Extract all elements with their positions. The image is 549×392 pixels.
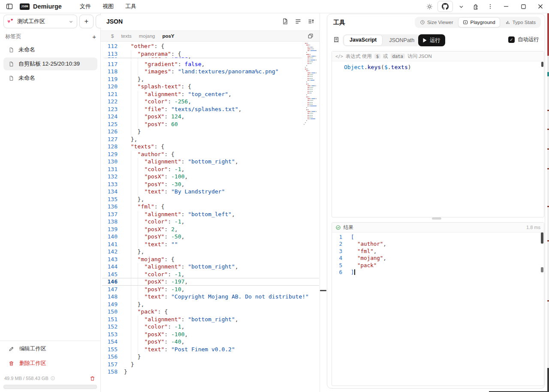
tab-size-viewer[interactable]: Size Viewer xyxy=(416,18,458,27)
code-line-120[interactable]: 120 "splash-text": { xyxy=(103,83,303,90)
code-line-130[interactable]: 130 "alignment": "bottom_right", xyxy=(103,158,303,166)
autorun-toggle[interactable]: ✓ 自动运行 xyxy=(508,36,539,43)
code-line-124[interactable]: 124 "posX": 124, xyxy=(103,113,303,121)
code-line-151[interactable]: 151 "alignment": "bottom_right", xyxy=(103,316,303,323)
code-line-117[interactable]: 117 "gradient": false, xyxy=(103,60,303,68)
sidebar-toggle-icon[interactable] xyxy=(6,3,13,10)
add-workspace-button[interactable]: + xyxy=(79,15,94,28)
code-line-128[interactable]: 128 "texts": { xyxy=(103,143,303,151)
code-line-127[interactable]: 127 }, xyxy=(103,136,303,143)
code-line-118[interactable]: 118 "images": "land:textures/panorama%c.… xyxy=(103,68,303,75)
window-maximize-button[interactable] xyxy=(515,0,532,12)
code-line-137[interactable]: 137 "alignment": "bottom_left", xyxy=(103,211,303,218)
breadcrumb-item[interactable]: mojang xyxy=(139,33,155,39)
code-line-112[interactable]: 112 "other": { xyxy=(103,42,303,50)
sort-keys-icon[interactable] xyxy=(308,18,314,25)
tab-playground[interactable]: Playground xyxy=(458,17,500,27)
menu-item[interactable]: 工具 xyxy=(125,3,136,10)
sidebar: ♥♥ 测试工作区 + 标签页 + 未命名 自剪贴板 12-25/20:10:39… xyxy=(0,13,101,392)
extensions-puzzle-icon[interactable] xyxy=(468,1,483,12)
playground-icon xyxy=(463,20,468,25)
result-scrollbar[interactable] xyxy=(541,232,543,244)
code-line-156[interactable]: 156 } xyxy=(103,353,303,361)
code-line-132[interactable]: 132 "posX": -100, xyxy=(103,173,303,181)
menu-item[interactable]: 视图 xyxy=(103,3,114,10)
breadcrumb-item[interactable]: $ xyxy=(111,33,114,39)
code-line-149[interactable]: 149 }, xyxy=(103,301,303,308)
code-line-155[interactable]: 155 "text": "Post Finem v0.0.2" xyxy=(103,346,303,353)
code-line-143[interactable]: 143 "mojang": { xyxy=(103,256,303,263)
code-line-147[interactable]: 147 "posY": -10, xyxy=(103,286,303,293)
document-icon xyxy=(9,47,14,53)
code-line-129[interactable]: 129 "author": { xyxy=(103,151,303,158)
kebab-menu-icon[interactable] xyxy=(483,1,498,12)
expression-scrollbar[interactable] xyxy=(541,62,543,67)
code-line-126[interactable]: 126 } xyxy=(103,128,303,136)
code-line-139[interactable]: 139 "posX": 2, xyxy=(103,226,303,233)
theme-brightness-icon[interactable] xyxy=(422,1,437,12)
menu-item[interactable]: 文件 xyxy=(80,3,91,10)
expression-input[interactable]: Object.keys($.texts) xyxy=(344,63,411,71)
code-line-135[interactable]: 135 }, xyxy=(103,196,303,203)
expression-panel-header: </> 表达式 使用 $ 或 data 访问 JSON xyxy=(332,51,544,61)
code-line-136[interactable]: 136 "fml": { xyxy=(103,203,303,211)
code-line-140[interactable]: 140 "posY": -50, xyxy=(103,233,303,241)
clear-storage-trash-icon[interactable] xyxy=(90,376,95,381)
format-document-icon[interactable] xyxy=(295,18,302,25)
code-line-157[interactable]: 157 } xyxy=(103,361,303,368)
workspace-selector[interactable]: ♥♥ 测试工作区 xyxy=(3,15,77,28)
window-close-button[interactable] xyxy=(532,0,549,12)
code-line-134[interactable]: 134 "text": "By Landstryder" xyxy=(103,188,303,196)
chevron-down-icon[interactable] xyxy=(454,1,468,12)
edit-workspace-button[interactable]: 编辑工作区 xyxy=(0,342,100,356)
add-tab-button[interactable]: + xyxy=(92,33,96,40)
result-line-1: 1 [ xyxy=(332,234,544,241)
breadcrumb-item[interactable]: posY xyxy=(162,33,174,39)
code-line-146[interactable]: 146 "posX": -197, xyxy=(103,278,303,286)
list-item[interactable]: 自剪贴板 12-25/20:10:39 xyxy=(3,57,97,70)
code-line-152[interactable]: 152 "color": -1, xyxy=(103,323,303,331)
code-line-153[interactable]: 153 "posX": -100, xyxy=(103,331,303,338)
edit-file-icon[interactable] xyxy=(282,18,289,25)
list-item[interactable]: 未命名 xyxy=(3,72,97,84)
code-line-148[interactable]: 148 "text": "Copyright Mojang AB. Do not… xyxy=(103,293,303,301)
autorun-checkbox[interactable]: ✓ xyxy=(508,36,515,43)
code-line-123[interactable]: 123 "file": "texts/splashes.txt", xyxy=(103,106,303,113)
expression-panel: </> 表达式 使用 $ 或 data 访问 JSON Object.keys(… xyxy=(332,51,544,217)
tab-typo-stats[interactable]: Typo Stats xyxy=(501,18,540,27)
github-button[interactable] xyxy=(437,1,453,12)
workspace-name: 测试工作区 xyxy=(17,18,45,25)
json-code-editor[interactable]: 117 "gradient": false, 118 "images": "la… xyxy=(103,60,303,376)
code-line-144[interactable]: 144 "alignment": "bottom_right", xyxy=(103,263,303,271)
code-line-121[interactable]: 121 "alignment": "top_center", xyxy=(103,90,303,98)
delete-workspace-label: 删除工作区 xyxy=(19,360,46,367)
code-line-154[interactable]: 154 "posY": -40, xyxy=(103,338,303,346)
breadcrumb-item[interactable]: texts xyxy=(121,33,131,39)
code-line-133[interactable]: 133 "posY": -30, xyxy=(103,181,303,188)
code-line-119[interactable]: 119 }, xyxy=(103,75,303,83)
tab-javascript[interactable]: JavaScript xyxy=(344,35,383,46)
code-line-158[interactable]: 158 } xyxy=(103,368,303,376)
list-item[interactable]: 未命名 xyxy=(3,44,97,55)
code-line-116[interactable]: 116 "fade": false, xyxy=(103,57,303,60)
code-line-131[interactable]: 131 "color": -1, xyxy=(103,166,303,173)
code-line-113[interactable]: 113 "panorama": { xyxy=(103,50,303,58)
tab-jsonpath[interactable]: JSONPath xyxy=(383,35,420,45)
copy-path-icon[interactable] xyxy=(308,33,314,39)
delete-workspace-button[interactable]: 删除工作区 xyxy=(0,356,100,370)
panel-resize-handle[interactable] xyxy=(320,290,326,291)
window-minimize-button[interactable] xyxy=(498,0,515,12)
code-line-145[interactable]: 145 "color": -1, xyxy=(103,271,303,278)
result-output-editor[interactable]: 1 [ 2 "author", 3 "fml", 4 "mojang", 5 "… xyxy=(332,234,544,276)
code-line-122[interactable]: 122 "color": -256, xyxy=(103,98,303,106)
editor-minimap[interactable] xyxy=(304,43,317,126)
storage-usage: 49.9 MB / 558.43 GB xyxy=(4,376,48,381)
title-bar: JSON Demiurge 文件视图工具 xyxy=(0,0,549,13)
code-line-150[interactable]: 150 "pack": { xyxy=(103,308,303,316)
run-button[interactable]: 运行 xyxy=(418,34,445,46)
code-line-125[interactable]: 125 "posY": 60 xyxy=(103,121,303,128)
code-line-142[interactable]: 142 }, xyxy=(103,248,303,256)
code-line-138[interactable]: 138 "color": -1, xyxy=(103,218,303,226)
code-line-141[interactable]: 141 "text": "" xyxy=(103,241,303,248)
expression-result-divider[interactable] xyxy=(432,217,441,220)
